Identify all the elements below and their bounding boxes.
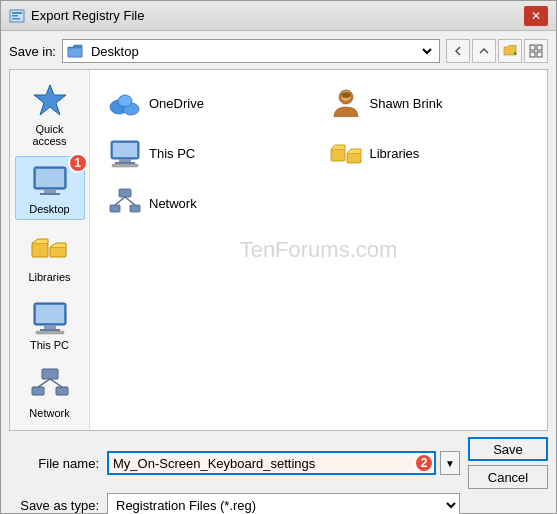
save-in-combo[interactable]: Desktop Documents Downloads — [62, 39, 440, 63]
svg-line-43 — [115, 197, 125, 205]
title-bar: Export Registry File ✕ — [1, 1, 556, 31]
onedrive-icon — [109, 87, 141, 119]
user-icon — [330, 87, 362, 119]
file-list: OneDrive Shawn Brink — [90, 70, 547, 430]
svg-rect-18 — [36, 305, 64, 323]
svg-rect-7 — [537, 45, 542, 50]
file-item-libraries-name: Libraries — [370, 146, 420, 161]
svg-rect-8 — [530, 52, 535, 57]
svg-rect-40 — [119, 189, 131, 197]
cancel-button[interactable]: Cancel — [468, 465, 548, 489]
bottom-fields: File name: 2 ▼ Save Cancel Save as type:… — [9, 437, 548, 514]
save-as-type-label: Save as type: — [9, 498, 99, 513]
svg-rect-16 — [50, 247, 66, 257]
svg-rect-23 — [32, 387, 44, 395]
svg-rect-3 — [12, 18, 20, 20]
sidebar-item-network-label: Network — [29, 407, 69, 419]
save-in-select[interactable]: Desktop Documents Downloads — [87, 43, 435, 60]
svg-rect-2 — [12, 15, 18, 17]
watermark: TenForums.com — [240, 237, 398, 263]
badge-two: 2 — [414, 453, 434, 473]
svg-rect-38 — [331, 149, 345, 161]
libraries-file-icon — [330, 137, 362, 169]
file-name-row: File name: 2 ▼ Save Cancel — [9, 437, 548, 489]
svg-rect-12 — [36, 169, 64, 187]
thispc-icon — [30, 297, 70, 337]
folder-icon — [67, 43, 83, 59]
title-icon — [9, 8, 25, 24]
svg-rect-6 — [530, 45, 535, 50]
svg-rect-20 — [40, 329, 60, 331]
save-as-type-input-wrap: Registration Files (*.reg) All Files (*.… — [107, 493, 460, 514]
save-in-label: Save in: — [9, 44, 56, 59]
file-item-thispc[interactable]: This PC — [100, 130, 317, 176]
file-item-shawnbrink[interactable]: Shawn Brink — [321, 80, 538, 126]
svg-rect-4 — [68, 48, 82, 57]
svg-marker-10 — [34, 85, 66, 115]
svg-rect-36 — [115, 162, 135, 164]
svg-rect-19 — [44, 325, 56, 329]
save-as-type-select[interactable]: Registration Files (*.reg) All Files (*.… — [107, 493, 460, 514]
network-icon — [30, 365, 70, 405]
sidebar-item-quick-access[interactable]: Quick access — [15, 76, 85, 152]
svg-rect-21 — [36, 331, 64, 334]
svg-line-25 — [38, 379, 50, 387]
save-as-type-row: Save as type: Registration Files (*.reg)… — [9, 493, 548, 514]
file-name-input[interactable] — [107, 451, 436, 475]
file-item-libraries[interactable]: Libraries — [321, 130, 538, 176]
main-area: Quick access 1 Desktop — [9, 69, 548, 431]
close-button[interactable]: ✕ — [524, 6, 548, 26]
file-name-label: File name: — [9, 456, 99, 471]
desktop-icon — [30, 161, 70, 201]
file-name-dropdown[interactable]: ▼ — [440, 451, 460, 475]
svg-rect-39 — [347, 153, 361, 163]
svg-rect-13 — [44, 189, 56, 193]
save-in-bar: Save in: Desktop Documents Downloads — [9, 39, 548, 63]
svg-rect-34 — [113, 143, 137, 157]
save-button[interactable]: Save — [468, 437, 548, 461]
sidebar: Quick access 1 Desktop — [10, 70, 90, 430]
sidebar-item-thispc-label: This PC — [30, 339, 69, 351]
title-bar-text: Export Registry File — [31, 8, 524, 23]
network-file-icon — [109, 187, 141, 219]
badge-one: 1 — [68, 153, 88, 173]
svg-rect-37 — [112, 164, 138, 167]
sidebar-item-quick-access-label: Quick access — [20, 123, 80, 147]
view-icon — [529, 44, 543, 58]
svg-point-32 — [341, 92, 351, 98]
view-button[interactable] — [524, 39, 548, 63]
svg-rect-35 — [119, 159, 131, 162]
dialog-export-registry: Export Registry File ✕ Save in: Desktop … — [0, 0, 557, 514]
up-button[interactable] — [472, 39, 496, 63]
svg-rect-42 — [130, 205, 140, 212]
new-folder-icon: + — [503, 44, 517, 58]
svg-line-44 — [125, 197, 135, 205]
back-button[interactable] — [446, 39, 470, 63]
svg-rect-41 — [110, 205, 120, 212]
file-item-thispc-name: This PC — [149, 146, 195, 161]
file-item-shawnbrink-name: Shawn Brink — [370, 96, 443, 111]
sidebar-item-desktop[interactable]: 1 Desktop — [15, 156, 85, 220]
sidebar-item-libraries-label: Libraries — [28, 271, 70, 283]
svg-rect-22 — [42, 369, 58, 379]
file-item-onedrive[interactable]: OneDrive — [100, 80, 317, 126]
up-icon — [478, 45, 490, 57]
dialog-body: Save in: Desktop Documents Downloads — [1, 31, 556, 514]
sidebar-item-libraries[interactable]: Libraries — [15, 224, 85, 288]
thispc-file-icon — [109, 137, 141, 169]
file-item-onedrive-name: OneDrive — [149, 96, 204, 111]
quick-access-icon — [30, 81, 70, 121]
svg-point-29 — [118, 95, 132, 107]
file-item-network[interactable]: Network — [100, 180, 317, 226]
file-name-input-wrap: 2 ▼ — [107, 451, 460, 475]
svg-rect-24 — [56, 387, 68, 395]
sidebar-item-thispc[interactable]: This PC — [15, 292, 85, 356]
action-buttons: Save Cancel — [468, 437, 548, 489]
sidebar-item-network[interactable]: Network — [15, 360, 85, 424]
new-folder-button[interactable]: + — [498, 39, 522, 63]
file-item-network-name: Network — [149, 196, 197, 211]
svg-rect-9 — [537, 52, 542, 57]
svg-rect-15 — [32, 243, 48, 257]
toolbar-buttons: + — [446, 39, 548, 63]
sidebar-item-desktop-label: Desktop — [29, 203, 69, 215]
